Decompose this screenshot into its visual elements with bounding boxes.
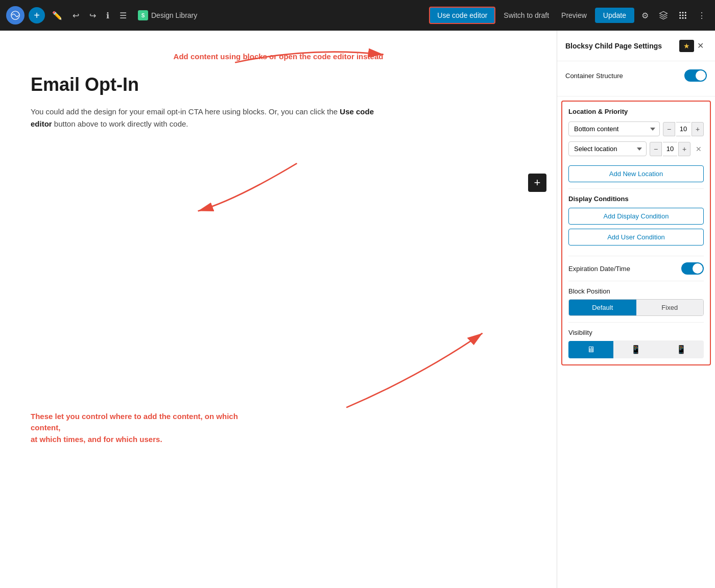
container-structure-label: Container Structure — [565, 72, 623, 80]
location-priority-title: Location & Priority — [568, 108, 704, 115]
bottom-content-decrease-button[interactable]: − — [663, 122, 675, 136]
divider-3 — [568, 281, 704, 281]
svg-point-1 — [679, 12, 681, 13]
add-block-button[interactable]: + — [29, 7, 45, 23]
bottom-content-num-control: − 10 + — [663, 122, 704, 136]
more-options-button[interactable]: ⋮ — [695, 8, 709, 23]
expiration-toggle[interactable] — [681, 262, 704, 275]
svg-point-9 — [685, 17, 686, 19]
divider-4 — [568, 322, 704, 323]
redo-button[interactable]: ↪ — [86, 8, 99, 23]
preview-button[interactable]: Preview — [557, 8, 591, 22]
svg-point-3 — [685, 12, 686, 13]
editor-hint-top: Add content using blocks or open the cod… — [31, 51, 526, 62]
undo-button[interactable]: ↩ — [69, 8, 82, 23]
location-priority-section: Location & Priority Bottom content − 10 … — [561, 101, 711, 365]
bottom-content-increase-button[interactable]: + — [692, 122, 704, 136]
default-position-button[interactable]: Default — [569, 300, 636, 315]
mobile-icon: 📱 — [676, 345, 686, 354]
add-content-block-button[interactable]: + — [528, 174, 546, 192]
bottom-content-row: Bottom content − 10 + — [568, 121, 704, 136]
add-user-condition-button[interactable]: Add User Condition — [568, 229, 704, 246]
visibility-mobile-button[interactable]: 📱 — [659, 340, 704, 358]
svg-point-4 — [679, 15, 681, 16]
info-button[interactable]: ℹ — [103, 8, 112, 23]
tablet-icon: 📱 — [631, 345, 641, 354]
design-library-button[interactable]: S Design Library — [134, 7, 201, 23]
visibility-desktop-button[interactable]: 🖥 — [568, 341, 613, 358]
design-library-label: Design Library — [151, 11, 197, 19]
settings-icon-button[interactable]: ⚙ — [638, 8, 652, 23]
expiration-row: Expiration Date/Time — [568, 262, 704, 275]
svg-point-8 — [682, 17, 684, 19]
topbar: + ✏️ ↩ ↪ ℹ ☰ S Design Library Use code e… — [0, 0, 715, 31]
editor-hint-bottom: These let you control where to add the c… — [31, 411, 245, 446]
sidebar-title: Blocksy Child Page Settings — [565, 42, 679, 50]
sidebar-star-button[interactable]: ★ — [679, 40, 694, 52]
expiration-toggle-knob — [693, 263, 703, 274]
use-code-editor-button[interactable]: Use code editor — [429, 7, 495, 24]
fixed-position-button[interactable]: Fixed — [636, 300, 704, 315]
container-structure-section: Container Structure — [557, 61, 715, 96]
visibility-label: Visibility — [568, 329, 704, 336]
bottom-content-select[interactable]: Bottom content — [568, 121, 660, 136]
sidebar: Blocksy Child Page Settings ★ ✕ Containe… — [557, 31, 715, 588]
sidebar-header: Blocksy Child Page Settings ★ ✕ — [557, 31, 715, 61]
svg-point-6 — [685, 15, 686, 16]
container-structure-toggle[interactable] — [684, 69, 707, 82]
toggle-knob — [696, 70, 706, 81]
svg-point-7 — [679, 17, 681, 19]
bottom-content-value: 10 — [676, 122, 690, 136]
list-view-button[interactable]: ☰ — [116, 8, 130, 23]
desktop-icon: 🖥 — [587, 345, 595, 354]
add-display-condition-button[interactable]: Add Display Condition — [568, 208, 704, 225]
page-content: You could add the design for your email … — [31, 106, 388, 130]
select-location-value: 10 — [663, 142, 677, 156]
divider-1 — [568, 188, 704, 189]
page-title: Email Opt-In — [31, 74, 526, 95]
svg-point-5 — [682, 15, 684, 16]
edit-icon-button[interactable]: ✏️ — [49, 8, 65, 23]
visibility-tablet-button[interactable]: 📱 — [613, 340, 658, 358]
svg-point-2 — [682, 12, 684, 13]
editor-area: Add content using blocks or open the cod… — [0, 31, 557, 588]
select-location-remove-button[interactable]: ✕ — [694, 144, 704, 154]
divider-2 — [568, 256, 704, 256]
sidebar-close-button[interactable]: ✕ — [694, 39, 707, 53]
block-position-row: Default Fixed — [568, 299, 704, 316]
visibility-row: 🖥 📱 📱 — [568, 340, 704, 358]
expiration-label: Expiration Date/Time — [568, 265, 630, 273]
select-location-increase-button[interactable]: + — [678, 142, 690, 156]
select-location-num-control: − 10 + — [650, 142, 690, 156]
add-new-location-button[interactable]: Add New Location — [568, 165, 704, 182]
design-library-logo-icon: S — [138, 10, 148, 20]
select-location-select[interactable]: Select location — [568, 141, 647, 156]
select-location-decrease-button[interactable]: − — [650, 142, 662, 156]
switch-draft-button[interactable]: Switch to draft — [499, 8, 553, 22]
main-layout: Add content using blocks or open the cod… — [0, 31, 715, 588]
wp-logo-icon — [6, 6, 25, 24]
container-structure-row: Container Structure — [565, 69, 707, 82]
display-conditions-title: Display Conditions — [568, 195, 704, 203]
extra-icon-button[interactable] — [675, 8, 690, 23]
block-position-label: Block Position — [568, 287, 704, 295]
stripo-icon-button[interactable] — [656, 8, 671, 23]
update-button[interactable]: Update — [595, 8, 634, 23]
select-location-row: Select location − 10 + ✕ — [568, 141, 704, 156]
